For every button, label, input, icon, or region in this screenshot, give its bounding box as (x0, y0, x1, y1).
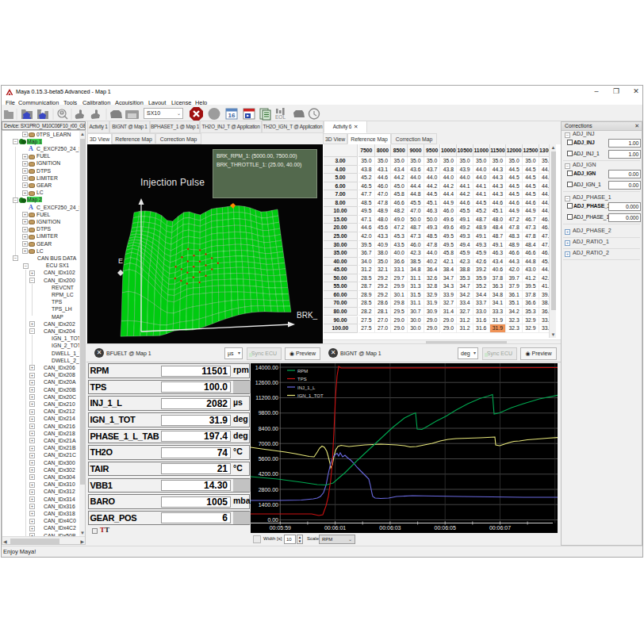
svg-text:12600.00: 12600.00 (255, 380, 278, 385)
svg-text:TPS: TPS (297, 377, 307, 381)
svg-text:9800.00: 9800.00 (259, 410, 278, 416)
svg-text:8400.00: 8400.00 (259, 426, 278, 431)
svg-text:14000.00: 14000.00 (255, 365, 278, 370)
svg-text:00:05:59: 00:05:59 (270, 525, 291, 531)
svg-text:2800.00: 2800.00 (259, 487, 278, 493)
svg-text:16: 16 (228, 112, 236, 119)
svg-text:00:06:05: 00:06:05 (435, 525, 456, 531)
svg-text:00:06:01: 00:06:01 (324, 525, 346, 531)
svg-text:0.00: 0.00 (267, 517, 278, 523)
svg-text:00:06:07: 00:06:07 (489, 525, 511, 531)
svg-text:7000.00: 7000.00 (259, 441, 278, 447)
svg-text:5600.00: 5600.00 (259, 456, 278, 462)
svg-text:11200.00: 11200.00 (255, 395, 278, 401)
svg-text:RPM: RPM (297, 369, 308, 374)
svg-text:1400.00: 1400.00 (259, 502, 278, 508)
svg-text:INJ_1_L: INJ_1_L (297, 385, 316, 390)
svg-text:EOL: EOL (275, 114, 286, 120)
svg-text:IGN_1_TOT: IGN_1_TOT (297, 393, 324, 398)
svg-text:4200.00: 4200.00 (259, 471, 278, 477)
svg-text:00:06:03: 00:06:03 (379, 525, 401, 531)
